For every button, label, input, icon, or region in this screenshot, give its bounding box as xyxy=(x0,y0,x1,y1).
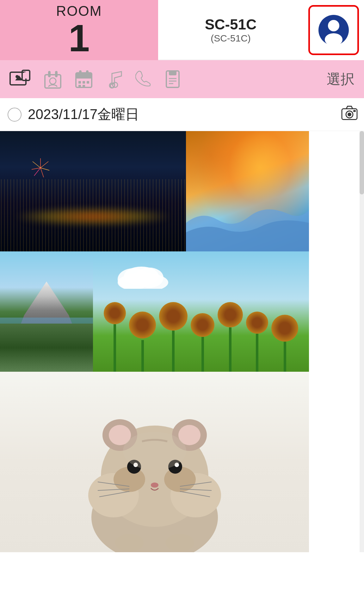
svg-point-31 xyxy=(348,112,351,116)
device-sub: (SC-51C) xyxy=(211,33,251,44)
svg-rect-14 xyxy=(76,73,92,79)
scroll-thumb[interactable] xyxy=(360,131,364,194)
person-icon xyxy=(318,14,349,46)
person-tab[interactable] xyxy=(44,70,62,89)
svg-rect-25 xyxy=(169,71,176,75)
svg-point-67 xyxy=(115,534,144,552)
svg-rect-8 xyxy=(24,72,28,79)
photo-sky[interactable] xyxy=(186,131,309,251)
room-number: 1 xyxy=(69,19,90,57)
svg-point-6 xyxy=(15,75,19,78)
photo-scroll-area[interactable] xyxy=(0,131,364,552)
photo-city[interactable] xyxy=(0,131,186,251)
device-model: SC-51C xyxy=(205,16,257,33)
date-bar: 2023/11/17金曜日 xyxy=(0,98,364,131)
svg-rect-15 xyxy=(79,70,82,76)
photo-row-1 xyxy=(0,131,364,251)
svg-rect-32 xyxy=(353,110,356,112)
svg-rect-9 xyxy=(45,75,61,88)
svg-point-2 xyxy=(325,33,342,46)
svg-point-69 xyxy=(123,432,186,470)
svg-point-12 xyxy=(50,78,56,84)
photo-video-tab[interactable] xyxy=(9,70,31,89)
svg-rect-10 xyxy=(48,71,51,77)
photo-mountain[interactable] xyxy=(0,251,93,372)
svg-point-23 xyxy=(113,82,118,87)
music-tab[interactable] xyxy=(106,70,123,89)
date-radio[interactable] xyxy=(8,108,22,122)
date-text: 2023/11/17金曜日 xyxy=(28,105,139,124)
svg-rect-20 xyxy=(78,85,81,87)
camera-button[interactable] xyxy=(341,105,358,123)
svg-rect-16 xyxy=(86,70,89,76)
profile-button[interactable] xyxy=(308,5,359,55)
header: ROOM 1 SC-51C (SC-51C) xyxy=(0,0,364,60)
svg-rect-17 xyxy=(78,81,81,84)
memo-tab[interactable] xyxy=(164,70,181,89)
svg-point-68 xyxy=(166,534,194,552)
room-info: ROOM 1 xyxy=(0,0,158,60)
svg-rect-41 xyxy=(0,318,93,372)
photo-hamster[interactable] xyxy=(0,372,309,552)
phone-tab[interactable] xyxy=(135,70,152,89)
svg-line-37 xyxy=(40,168,44,177)
photo-grid xyxy=(0,131,364,552)
svg-line-35 xyxy=(40,161,48,168)
photo-row-3 xyxy=(0,372,364,552)
calendar-tab[interactable] xyxy=(75,70,93,89)
photo-row-2 xyxy=(0,251,364,372)
svg-line-40 xyxy=(33,161,40,168)
svg-line-36 xyxy=(40,168,49,170)
device-info: SC-51C (SC-51C) xyxy=(158,0,303,60)
photo-sunflower[interactable] xyxy=(93,251,309,372)
select-button[interactable]: 選択 xyxy=(327,70,355,89)
toolbar: 選択 xyxy=(0,60,364,98)
svg-rect-21 xyxy=(83,85,85,87)
svg-rect-19 xyxy=(87,81,89,84)
scroll-track xyxy=(360,131,364,552)
svg-rect-11 xyxy=(55,71,58,77)
svg-rect-18 xyxy=(83,81,85,84)
svg-point-1 xyxy=(328,20,339,31)
svg-point-60 xyxy=(151,483,158,488)
